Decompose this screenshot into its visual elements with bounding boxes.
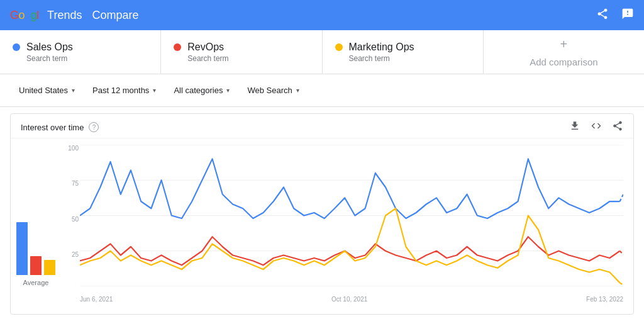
series-sales-ops-dash: [620, 194, 623, 201]
add-comparison-label: Add comparison: [530, 57, 597, 67]
filter-category[interactable]: All categories ▾: [167, 82, 236, 99]
chart-section: Interest over time ? Average: [10, 113, 634, 315]
y-axis: 100 75 50 25: [61, 145, 79, 286]
chart-title-row: Interest over time ?: [21, 122, 99, 132]
term-revops-name-row: RevOps: [174, 42, 309, 53]
share-icon[interactable]: [596, 8, 609, 23]
help-icon-text: ?: [92, 124, 96, 131]
chart-body: Average 100 75 50 25: [11, 138, 633, 305]
avg-bar-revops: [30, 256, 42, 275]
avg-bars: [16, 200, 55, 275]
chart-actions: [569, 120, 623, 134]
header-title: Compare: [92, 9, 138, 22]
y-label-100: 100: [61, 145, 79, 152]
search-terms-bar: Sales Ops Search term RevOps Search term…: [0, 30, 644, 74]
add-comparison-button[interactable]: + Add comparison: [484, 30, 644, 74]
x-label-oct: Oct 10, 2021: [331, 296, 367, 303]
region-chevron-icon: ▾: [72, 87, 75, 94]
term-marketing-ops-name-row: Marketing Ops: [335, 42, 470, 53]
avg-label: Average: [23, 279, 49, 286]
download-icon[interactable]: [569, 120, 580, 134]
x-axis-labels: Jun 6, 2021 Oct 10, 2021 Feb 13, 2022: [80, 296, 623, 303]
avg-bar-marketing-ops: [44, 260, 55, 275]
term-marketing-ops-dot: [335, 43, 343, 51]
filter-search-type[interactable]: Web Search ▾: [241, 82, 305, 99]
term-sales-ops-type: Search term: [13, 54, 148, 63]
series-sales-ops: [80, 159, 620, 219]
filters-bar: United States ▾ Past 12 months ▾ All cat…: [0, 74, 644, 107]
y-label-75: 75: [61, 180, 79, 187]
trends-logo-text: Trends: [47, 9, 82, 22]
filter-time[interactable]: Past 12 months ▾: [86, 82, 162, 99]
avg-bar-section: Average: [11, 145, 61, 305]
chart-share-icon[interactable]: [612, 120, 623, 134]
embed-icon[interactable]: [591, 120, 602, 134]
x-label-feb: Feb 13, 2022: [586, 296, 623, 303]
header-left: Google Trends Compare: [10, 9, 138, 22]
series-marketing-ops-dash: [620, 283, 623, 284]
google-logo-text: Google: [10, 9, 45, 22]
term-marketing-ops-type: Search term: [335, 54, 470, 63]
term-marketing-ops-name: Marketing Ops: [349, 42, 414, 53]
series-marketing-ops: [80, 208, 620, 283]
feedback-icon[interactable]: [621, 8, 634, 23]
search-type-chevron-icon: ▾: [296, 87, 299, 94]
chart-svg: [80, 145, 623, 286]
filter-region-label: United States: [19, 86, 68, 95]
header-icons: [596, 8, 634, 23]
filter-time-label: Past 12 months: [92, 86, 149, 95]
term-sales-ops[interactable]: Sales Ops Search term: [0, 30, 161, 74]
help-icon[interactable]: ?: [89, 122, 99, 132]
term-sales-ops-name-row: Sales Ops: [13, 42, 148, 53]
term-sales-ops-name: Sales Ops: [26, 42, 73, 53]
series-revops-dash: [620, 251, 623, 255]
filter-category-label: All categories: [174, 86, 223, 95]
term-revops-name: RevOps: [187, 42, 224, 53]
y-label-50: 50: [61, 216, 79, 223]
add-comparison-plus-icon: +: [560, 37, 568, 52]
time-chevron-icon: ▾: [153, 87, 156, 94]
chart-title: Interest over time: [21, 123, 84, 132]
term-sales-ops-dot: [13, 43, 20, 51]
term-revops-dot: [174, 43, 181, 51]
chart-plot: 100 75 50 25: [61, 145, 633, 305]
y-label-25: 25: [61, 251, 79, 258]
filter-search-type-label: Web Search: [247, 86, 292, 95]
avg-bar-sales-ops: [16, 222, 28, 275]
x-label-jun: Jun 6, 2021: [80, 296, 113, 303]
term-marketing-ops[interactable]: Marketing Ops Search term: [323, 30, 484, 74]
filter-region[interactable]: United States ▾: [13, 82, 81, 99]
google-trends-logo[interactable]: Google Trends: [10, 9, 82, 22]
chart-header: Interest over time ?: [11, 114, 633, 138]
term-revops-type: Search term: [174, 54, 309, 63]
category-chevron-icon: ▾: [226, 87, 230, 94]
term-revops[interactable]: RevOps Search term: [161, 30, 322, 74]
header: Google Trends Compare: [0, 0, 644, 30]
